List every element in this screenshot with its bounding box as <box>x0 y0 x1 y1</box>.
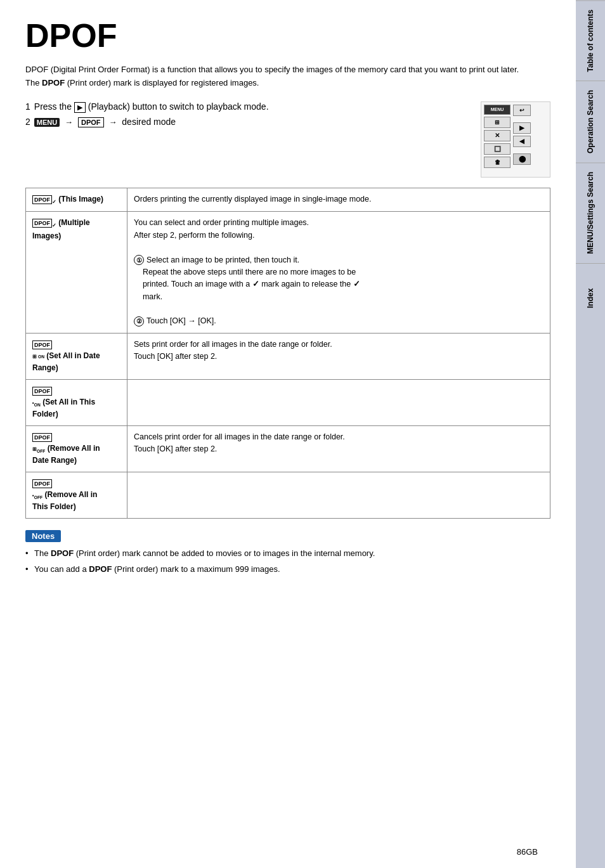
table-row: DPOF ⊞ON (Set All in DateRange) Sets pri… <box>26 333 550 379</box>
sidebar: Table of contents Operation Search MENU/… <box>576 0 605 868</box>
notes-item-1: The DPOF (Print order) mark cannot be ad… <box>25 547 550 560</box>
notes-list: The DPOF (Print order) mark cannot be ad… <box>25 547 550 576</box>
step-2: 2 MENU → DPOF → desired mode <box>25 117 471 127</box>
sidebar-tab-index[interactable]: Index <box>576 263 605 333</box>
table-row: DPOF✓ (MultipleImages) You can select an… <box>26 212 550 333</box>
table-row: DPOF ⊞OFF (Remove All inDate Range) Canc… <box>26 425 550 472</box>
notes-section: Notes The DPOF (Print order) mark cannot… <box>25 530 550 576</box>
step-1: 1 Press the ▶ (Playback) button to switc… <box>25 101 471 113</box>
page-number: 86GB <box>517 847 538 857</box>
table-row: DPOF✓ (This Image) Orders printing the c… <box>26 188 550 212</box>
intro-paragraph: DPOF (Digital Print Order Format) is a f… <box>25 63 550 90</box>
notes-badge: Notes <box>25 530 61 542</box>
intro-line2: The DPOF (Print order) mark is displayed… <box>25 78 259 87</box>
table-row: DPOF ▪OFF (Remove All inThis Folder) <box>26 472 550 518</box>
notes-item-2: You can add a DPOF (Print order) mark to… <box>25 563 550 576</box>
table-row: DPOF ▪ON (Set All in ThisFolder) <box>26 379 550 425</box>
dpof-options-table: DPOF✓ (This Image) Orders printing the c… <box>25 188 550 519</box>
page-title: DPOF <box>25 19 550 52</box>
intro-line1: DPOF (Digital Print Order Format) is a f… <box>25 65 519 74</box>
sidebar-tab-operation[interactable]: Operation Search <box>576 81 605 162</box>
sidebar-tab-menu[interactable]: MENU/Settings Search <box>576 162 605 262</box>
camera-diagram: MENU ⊞ ✕ 🔲 🗑 ↩ ▶ ◀ ⬤ <box>481 101 550 178</box>
sidebar-tab-toc[interactable]: Table of contents <box>576 0 605 81</box>
